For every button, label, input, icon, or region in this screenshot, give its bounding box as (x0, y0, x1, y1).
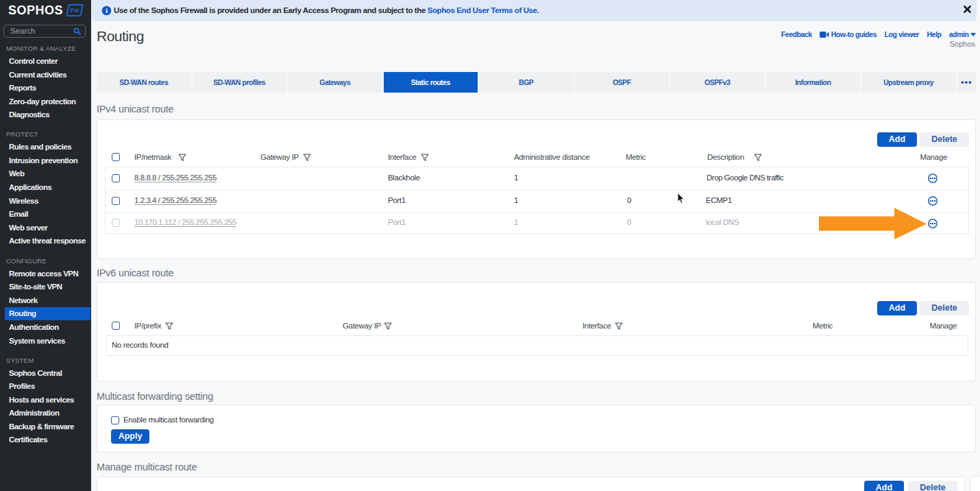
svg-text:i: i (106, 6, 108, 14)
